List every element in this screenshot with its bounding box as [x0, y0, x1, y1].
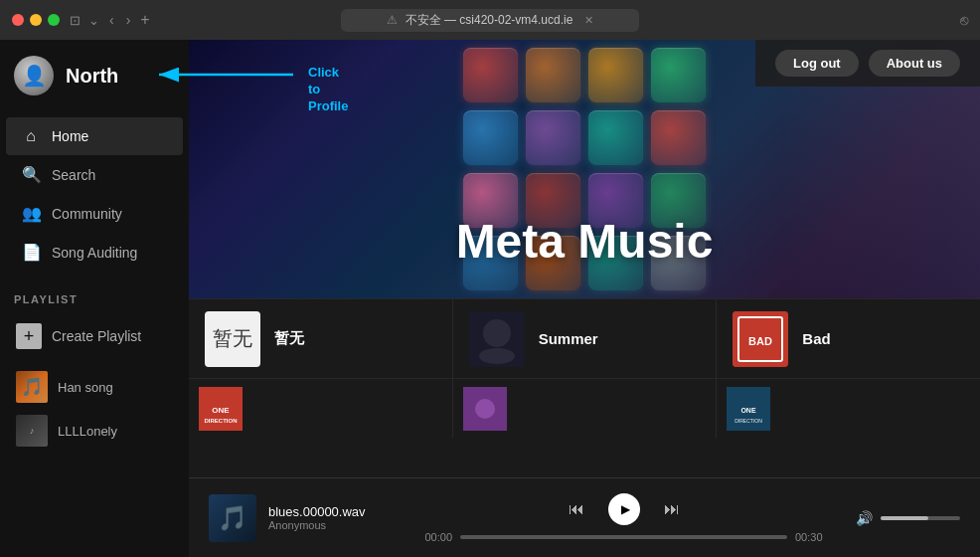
track-info: 🎵 blues.00000.wav Anonymous: [209, 494, 406, 542]
music-cards-row-2: ONE DIRECTION ONE: [189, 378, 980, 438]
sidebar-item-song-auditing[interactable]: 📄 Song Auditing: [6, 233, 183, 272]
track-text: blues.00000.wav Anonymous: [268, 504, 366, 531]
volume-icon: 🔊: [856, 510, 873, 526]
total-time: 00:30: [795, 531, 823, 543]
pad-5[interactable]: [526, 110, 580, 165]
back-button[interactable]: ‹: [105, 10, 118, 30]
chevron-down-icon[interactable]: ⌄: [88, 13, 99, 28]
music-cards-row-1: 暂无 暂无 Summer: [189, 298, 980, 378]
player-thumb: 🎵: [209, 494, 256, 542]
close-window-button[interactable]: [12, 14, 24, 26]
home-icon: ⌂: [22, 127, 40, 145]
track-artist: Anonymous: [268, 519, 366, 531]
user-header: 👤 North: [0, 40, 189, 111]
main-content: Log out About us Meta Music 暂无 暂无: [189, 40, 980, 557]
volume-track[interactable]: [881, 516, 960, 520]
pad-3[interactable]: [651, 48, 706, 102]
traffic-lights: [12, 14, 60, 26]
sidebar-item-community[interactable]: 👥 Community: [6, 194, 183, 233]
track-name: blues.00000.wav: [268, 504, 366, 519]
avatar-image: 👤: [14, 56, 54, 95]
plus-icon: +: [16, 323, 42, 349]
search-label: Search: [52, 167, 95, 183]
bad-thumb: BAD: [733, 311, 788, 367]
svg-point-3: [479, 348, 515, 364]
auditing-icon: 📄: [22, 243, 40, 262]
username-label[interactable]: North: [66, 65, 118, 88]
summer-label: Summer: [539, 330, 598, 347]
svg-text:DIRECTION: DIRECTION: [735, 418, 763, 424]
nav-menu: ⌂ Home 🔍 Search 👥 Community 📄 Song Audit…: [0, 111, 189, 278]
progress-bar-container: 00:00 00:30: [425, 531, 823, 543]
playlist-item-han-song[interactable]: 🎵 Han song: [14, 365, 175, 409]
pad-6[interactable]: [588, 110, 643, 165]
create-playlist-label: Create Playlist: [52, 328, 141, 344]
mini-card-3[interactable]: ONE DIRECTION: [717, 379, 980, 438]
share-icon[interactable]: ⎋: [960, 12, 968, 28]
maximize-window-button[interactable]: [48, 14, 60, 26]
playlist-section: PLAYLIST + Create Playlist: [0, 278, 189, 365]
music-card-bad[interactable]: BAD Bad: [717, 299, 980, 378]
minimize-window-button[interactable]: [30, 14, 42, 26]
pad-1[interactable]: [526, 48, 580, 102]
community-label: Community: [52, 206, 122, 222]
playlist-item-llllonely[interactable]: ♪ LLLLonely: [14, 409, 175, 453]
player-controls: ⏮ ▶ ⏭ 00:00 00:30: [425, 493, 823, 543]
hero-title: Meta Music: [456, 214, 714, 269]
music-card-zanwu[interactable]: 暂无 暂无: [189, 299, 453, 378]
bad-label: Bad: [802, 330, 830, 347]
music-card-summer[interactable]: Summer: [453, 299, 718, 378]
tab-close-button[interactable]: ✕: [584, 14, 593, 26]
pad-0[interactable]: [463, 48, 518, 102]
svg-point-11: [475, 399, 495, 419]
svg-point-2: [483, 319, 511, 347]
playlist-items: 🎵 Han song ♪ LLLLonely: [0, 365, 189, 453]
avatar[interactable]: 👤: [14, 56, 54, 95]
sidebar-item-home[interactable]: ⌂ Home: [6, 117, 183, 155]
han-song-thumb: 🎵: [16, 371, 48, 403]
forward-button[interactable]: ›: [122, 10, 135, 30]
new-tab-button[interactable]: +: [140, 11, 149, 29]
play-button[interactable]: ▶: [608, 493, 640, 525]
progress-track[interactable]: [460, 535, 787, 539]
sidebar: 👤 North Click to Profile ⌂ Ho: [0, 40, 189, 557]
bad-art-svg: BAD: [733, 311, 788, 367]
titlebar: ⊡ ⌄ ‹ › ⚠ 不安全 — csi420-02-vm4.ucd.ie ✕ +…: [0, 0, 980, 40]
mini-art-2-svg: [463, 387, 507, 431]
svg-text:BAD: BAD: [748, 335, 772, 347]
titlebar-controls: ⊡ ⌄: [70, 13, 99, 28]
svg-text:ONE: ONE: [212, 406, 230, 415]
summer-art-svg: [469, 311, 525, 367]
llllonely-label: LLLLonely: [58, 424, 117, 439]
current-time: 00:00: [425, 531, 453, 543]
create-playlist-button[interactable]: + Create Playlist: [14, 315, 175, 357]
player-thumb-icon: 🎵: [218, 504, 247, 532]
pad-4[interactable]: [463, 110, 518, 165]
song-auditing-label: Song Auditing: [52, 245, 137, 261]
about-button[interactable]: About us: [869, 50, 960, 77]
zanwu-thumb: 暂无: [205, 311, 260, 367]
mini-thumb-3: ONE DIRECTION: [727, 387, 770, 431]
mini-thumb-2: [463, 387, 507, 431]
logout-button[interactable]: Log out: [775, 50, 859, 77]
sidebar-item-search[interactable]: 🔍 Search: [6, 155, 183, 194]
playlist-section-label: PLAYLIST: [14, 293, 175, 305]
nav-arrows: ‹ ›: [105, 10, 134, 30]
pad-2[interactable]: [588, 48, 643, 102]
url-bar[interactable]: ⚠ 不安全 — csi420-02-vm4.ucd.ie ✕: [341, 9, 639, 32]
svg-text:DIRECTION: DIRECTION: [205, 418, 238, 424]
mini-thumb-1: ONE DIRECTION: [199, 387, 243, 431]
sidebar-toggle-icon[interactable]: ⊡: [70, 13, 81, 28]
previous-button[interactable]: ⏮: [565, 496, 588, 522]
app-container: 👤 North Click to Profile ⌂ Ho: [0, 40, 980, 557]
mini-card-1[interactable]: ONE DIRECTION: [189, 379, 453, 438]
mini-card-2[interactable]: [453, 379, 718, 438]
summer-thumb-inner: [469, 311, 525, 367]
zanwu-label: 暂无: [274, 329, 304, 348]
volume-controls: 🔊: [843, 510, 961, 526]
next-button[interactable]: ⏭: [660, 496, 684, 522]
player-bar: 🎵 blues.00000.wav Anonymous ⏮ ▶ ⏭ 00:00: [189, 477, 980, 557]
search-icon: 🔍: [22, 165, 40, 184]
volume-fill: [881, 516, 928, 520]
pad-7[interactable]: [651, 110, 706, 165]
